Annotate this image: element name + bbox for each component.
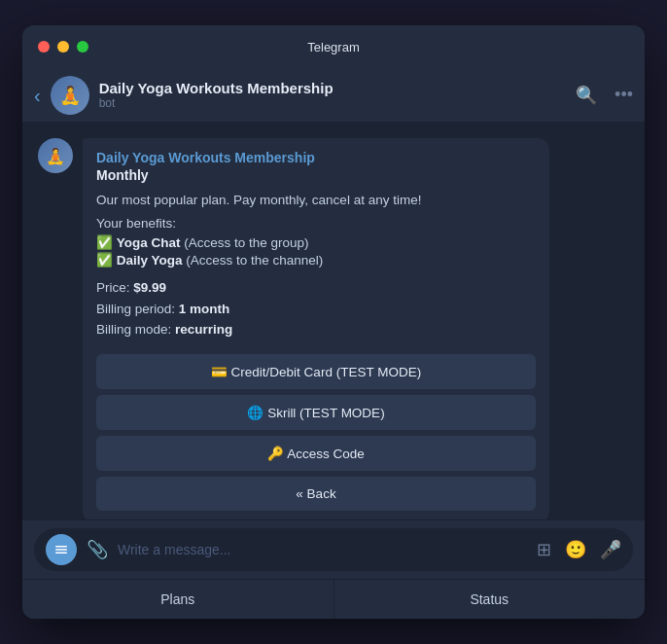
more-icon[interactable]: •••	[614, 85, 633, 105]
message-input[interactable]	[118, 542, 527, 557]
sender-name: Daily Yoga Workouts Membership	[96, 150, 536, 165]
avatar: 🧘	[51, 76, 89, 115]
billing-mode-value: recurring	[175, 322, 232, 337]
input-area: 📎 ⊞ 🙂 🎤	[22, 519, 645, 579]
benefit-1-emoji: ✅	[96, 235, 117, 250]
chat-header: ‹ 🧘 Daily Yoga Workouts Membership bot 🔍…	[22, 68, 645, 123]
traffic-lights	[38, 41, 88, 53]
sticker-icon[interactable]: ⊞	[537, 539, 551, 560]
input-row: 📎 ⊞ 🙂 🎤	[34, 528, 633, 571]
back-icon[interactable]: ‹	[34, 86, 41, 105]
message-row: 🧘 Daily Yoga Workouts Membership Monthly…	[38, 138, 629, 519]
back-button[interactable]: « Back	[96, 477, 536, 511]
access-code-button[interactable]: 🔑 Access Code	[96, 436, 536, 471]
benefit-1: ✅ Yoga Chat (Access to the group)	[96, 234, 536, 250]
benefit-1-bold: Yoga Chat	[117, 235, 181, 250]
svg-rect-2	[55, 553, 67, 555]
benefit-2-emoji: ✅	[96, 253, 117, 268]
svg-rect-0	[55, 546, 67, 548]
plan-title: Monthly	[96, 167, 536, 183]
billing-period-value: 1 month	[179, 302, 230, 316]
pricing-info: Price: $9.99 Billing period: 1 month Bil…	[96, 277, 536, 340]
maximize-button[interactable]	[77, 41, 88, 53]
input-right-icons: ⊞ 🙂 🎤	[537, 539, 621, 560]
title-bar: Telegram	[22, 25, 645, 68]
price-line: Price: $9.99	[96, 277, 536, 299]
price-value: $9.99	[133, 280, 166, 295]
benefit-1-rest: (Access to the group)	[181, 235, 309, 250]
telegram-window: Telegram ‹ 🧘 Daily Yoga Workouts Members…	[22, 25, 645, 619]
svg-rect-1	[55, 549, 67, 551]
chat-info: Daily Yoga Workouts Membership bot	[99, 80, 576, 110]
search-icon[interactable]: 🔍	[576, 85, 597, 106]
message-avatar: 🧘	[38, 138, 73, 173]
menu-icon	[53, 542, 69, 557]
minimize-button[interactable]	[57, 41, 69, 53]
plans-tab[interactable]: Plans	[22, 580, 334, 619]
window-title: Telegram	[307, 40, 359, 54]
emoji-icon[interactable]: 🙂	[565, 539, 586, 560]
status-tab[interactable]: Status	[334, 580, 646, 619]
chat-name: Daily Yoga Workouts Membership	[99, 80, 576, 96]
message-bubble: Daily Yoga Workouts Membership Monthly O…	[83, 138, 549, 519]
message-area: 🧘 Daily Yoga Workouts Membership Monthly…	[22, 123, 645, 519]
header-actions: 🔍 •••	[576, 85, 633, 106]
benefits-title: Your benefits:	[96, 216, 536, 231]
benefit-2-bold: Daily Yoga	[117, 253, 183, 268]
avatar-inner: 🧘	[51, 76, 89, 115]
billing-period-line: Billing period: 1 month	[96, 299, 536, 320]
skrill-button[interactable]: 🌐 Skrill (TEST MODE)	[96, 395, 536, 430]
benefit-2-rest: (Access to the channel)	[183, 253, 324, 268]
billing-mode-line: Billing mode: recurring	[96, 319, 536, 340]
credit-card-button[interactable]: 💳 Credit/Debit Card (TEST MODE)	[96, 354, 536, 389]
chat-subtitle: bot	[99, 96, 576, 110]
attach-icon[interactable]: 📎	[87, 539, 108, 560]
benefit-2: ✅ Daily Yoga (Access to the channel)	[96, 252, 536, 268]
intro-text: Our most popular plan. Pay monthly, canc…	[96, 191, 536, 210]
menu-button[interactable]	[46, 534, 77, 565]
bottom-tabs: Plans Status	[22, 579, 645, 619]
voice-icon[interactable]: 🎤	[600, 539, 621, 560]
close-button[interactable]	[38, 41, 50, 53]
